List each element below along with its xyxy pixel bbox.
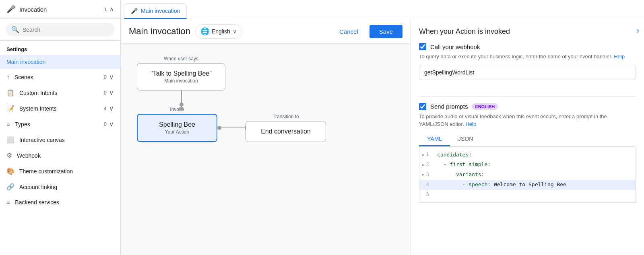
end-conversation-text: End conversation [256,128,316,135]
system-intents-label: System Intents [19,105,99,112]
webhook-icon: ⚙ [6,152,12,159]
sidebar-item-scenes[interactable]: ↑ Scenes 0 ∨ [0,69,120,85]
interactive-canvas-label: Interactive canvas [19,137,114,143]
invocation-sublabel: Main invocation [147,78,215,84]
prompts-section: Send prompts ENGLISH To provide audio or… [419,103,636,203]
invocation-flow-node[interactable]: "Talk to Spelling Bee" Main invocation [137,63,225,90]
mic-icon: 🎤 [6,5,15,14]
cancel-button[interactable]: Cancel [333,25,365,38]
canvas-toolbar: Main invocation 🌐 English ∨ Cancel Save [121,19,411,44]
chevron-up-icon: ∧ [109,6,114,13]
second-row: Invoke Spelling Bee Your Action [137,107,326,142]
canvas-toolbar-left: Main invocation 🌐 English ∨ [129,24,242,39]
save-button[interactable]: Save [369,25,402,38]
sidebar-item-interactive-canvas[interactable]: ⬜ Interactive canvas [0,132,120,148]
right-panel-title: When your Action is invoked [419,27,636,36]
sidebar-item-theme-customization[interactable]: 🎨 Theme customization [0,163,120,179]
content-area: Main invocation 🌐 English ∨ Cancel Save [121,19,644,255]
sidebar-item-types[interactable]: ≡ Types 0 ∨ [0,116,120,132]
code-line-2: ▶2 - first_simple: [419,160,636,170]
sidebar-item-custom-intents[interactable]: 📋 Custom Intents 0 ∨ [0,85,120,101]
search-box[interactable]: 🔍 [6,23,115,36]
end-conversation-node[interactable]: End conversation [246,121,326,142]
webhook-checkbox[interactable] [419,43,426,50]
main-area: 🎤 Main invocation Main invocation 🌐 Engl… [121,0,644,255]
code-line-3: ▶3 variants: [419,170,636,180]
lang-chevron-icon: ∨ [233,28,237,35]
prompts-description: To provide audio or visual feedback when… [419,113,636,128]
tab-main-invocation[interactable]: 🎤 Main invocation [124,3,187,19]
scenes-icon: ↑ [6,74,10,81]
scenes-count: 0 [104,74,107,80]
invocation-phrase: "Talk to Spelling Bee" [147,70,215,77]
prompts-checkbox[interactable] [419,103,426,110]
globe-icon: 🌐 [200,27,209,36]
search-icon: 🔍 [11,26,19,33]
tab-json[interactable]: JSON [450,132,481,146]
webhook-description: To query data or execute your business l… [419,53,636,61]
sidebar-item-webhook[interactable]: ⚙ Webhook [0,148,120,163]
tab-mic-icon: 🎤 [131,8,138,14]
sidebar-item-main-invocation[interactable]: Main invocation [0,55,120,69]
custom-intents-chevron-icon: ∨ [109,89,114,97]
sidebar-item-system-intents[interactable]: 📝 System Intents 4 ∨ [0,101,120,116]
invocation-count: 1 [104,6,107,12]
code-line-1: ▶1 candidates: [419,150,636,160]
webhook-handler-input[interactable] [419,65,636,80]
invocation-node-group: When user says "Talk to Spelling Bee" Ma… [137,56,225,90]
sidebar-item-label: Main invocation [6,59,45,65]
backend-services-label: Backend services [15,199,114,206]
tab-bar: 🎤 Main invocation [121,0,644,19]
invocation-count-area: 1 ∧ [104,6,114,13]
account-linking-icon: 🔗 [6,183,14,191]
transition-node-group: Transition to End conversation [246,114,326,142]
right-panel: › When your Action is invoked Call your … [411,19,644,255]
backend-services-icon: ≡ [6,199,10,206]
vertical-connector [181,90,182,111]
english-badge: ENGLISH [472,103,498,110]
canvas-toolbar-right: Cancel Save [333,25,402,38]
horizontal-connector [217,126,246,130]
webhook-section-title: Call your webhook [430,43,480,50]
code-line-4: 4 - speech: Welcome to Spelling Bee [419,180,636,190]
webhook-section-header: Call your webhook [419,43,636,50]
transition-label: Transition to [272,114,299,119]
system-intents-chevron-icon: ∨ [109,105,114,112]
sidebar-header: 🎤 Invocation 1 ∧ [0,0,120,19]
webhook-help-link[interactable]: Help [614,53,625,60]
canvas-panel: Main invocation 🌐 English ∨ Cancel Save [121,19,411,255]
action-flow-node[interactable]: Spelling Bee Your Action [137,114,217,142]
settings-section-label: Settings [0,41,120,55]
system-intents-icon: 📝 [6,105,14,112]
flow-container: When user says "Talk to Spelling Bee" Ma… [137,56,394,142]
theme-icon: 🎨 [6,167,14,175]
webhook-label: Webhook [17,152,114,159]
expand-icon[interactable]: › [636,26,639,35]
language-selector[interactable]: 🌐 English ∨ [195,24,242,39]
tab-yaml[interactable]: YAML [419,132,450,146]
system-intents-count: 4 [104,105,107,111]
types-label: Types [15,121,99,128]
code-line-5: 5 [419,190,636,199]
action-node-group: Invoke Spelling Bee Your Action [137,107,217,142]
sidebar-item-backend-services[interactable]: ≡ Backend services [0,195,120,210]
sidebar: 🎤 Invocation 1 ∧ 🔍 Settings Main invocat… [0,0,121,255]
search-area: 🔍 [0,19,120,41]
prompts-section-title: Send prompts [430,103,468,110]
section-divider [419,96,636,97]
prompts-help-link[interactable]: Help [465,121,476,127]
webhook-section: Call your webhook To query data or execu… [419,43,636,82]
code-editor[interactable]: ▶1 candidates: ▶2 - first_simple: ▶3 var… [419,147,636,203]
scenes-chevron-icon: ∨ [109,73,114,81]
tab-label: Main invocation [141,8,180,14]
action-name: Spelling Bee [147,121,207,128]
types-chevron-icon: ∨ [109,120,114,128]
interactive-canvas-icon: ⬜ [6,136,14,144]
sidebar-invocation-item[interactable]: 🎤 Invocation [6,5,47,14]
scenes-label: Scenes [14,74,99,80]
custom-intents-label: Custom Intents [19,90,99,96]
search-input[interactable] [23,27,109,33]
sidebar-item-account-linking[interactable]: 🔗 Account linking [0,179,120,195]
code-tab-bar: YAML JSON [419,132,636,147]
custom-intents-icon: 📋 [6,89,14,97]
